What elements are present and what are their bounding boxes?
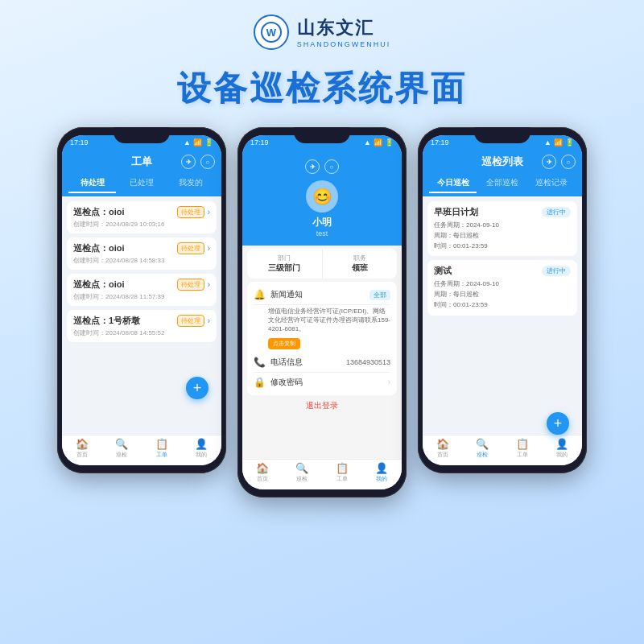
wo-card-4: 巡检点：1号桥墩 待处理 › 创建时间：2024/08/08 14:55:52 bbox=[67, 310, 217, 342]
send-icon[interactable]: ✈ bbox=[181, 155, 196, 169]
info-row: 部门 三级部门 职务 领班 bbox=[247, 249, 397, 279]
tab-row-3: 今日巡检 全部巡检 巡检记录 bbox=[423, 174, 582, 196]
wo-card-3: 巡检点：oioi 待处理 › 创建时间：2024/08/28 11:57:39 bbox=[67, 274, 217, 306]
menu-password[interactable]: 🔒 修改密码 › bbox=[254, 373, 390, 392]
patrol-title-1: 早班日计划 bbox=[434, 206, 478, 218]
app-header-icons-3: ✈ ○ bbox=[542, 155, 576, 169]
phone-value: 13684930513 bbox=[346, 358, 390, 366]
wo-time-4: 创建时间：2024/08/08 14:55:52 bbox=[73, 328, 210, 337]
nav-mine-label-2: 我的 bbox=[376, 475, 387, 483]
nav-mine-2[interactable]: 👤 我的 bbox=[362, 462, 402, 488]
nav-workorder-label-2: 工单 bbox=[336, 475, 348, 483]
nav-workorder-3[interactable]: 📋 工单 bbox=[502, 438, 543, 464]
phone-profile: 17:19 ▲ 📶 🔋 ✈ ○ 😊 小明 bbox=[237, 127, 407, 497]
bell-icon-3[interactable]: ○ bbox=[561, 155, 576, 169]
battery-icon: 🔋 bbox=[204, 138, 213, 147]
nav-home-1[interactable]: 🏠 首页 bbox=[62, 438, 102, 464]
nav-mine-label-1: 我的 bbox=[196, 451, 207, 459]
patrol-icon-1: 🔍 bbox=[115, 438, 128, 450]
nav-mine-3[interactable]: 👤 我的 bbox=[543, 438, 583, 464]
password-arrow-icon: › bbox=[388, 378, 390, 386]
patrol-card-2: 测试 进行中 任务周期：2024-09-10 周期：每日巡检 时间：00:01-… bbox=[427, 260, 577, 315]
bottom-nav-2: 🏠 首页 🔍 巡检 📋 工单 👤 我的 bbox=[242, 459, 402, 489]
app-header-1: 工单 ✈ ○ bbox=[62, 150, 221, 174]
tab-mine[interactable]: 我发的 bbox=[167, 174, 215, 193]
lock-menu-icon: 🔒 bbox=[254, 377, 266, 388]
menu-notice[interactable]: 🔔 新闻通知 全部 bbox=[254, 285, 390, 305]
nav-patrol-1[interactable]: 🔍 巡检 bbox=[102, 438, 142, 464]
workorder-icon-2: 📋 bbox=[336, 462, 349, 474]
dept-cell: 部门 三级部门 bbox=[247, 249, 323, 279]
status-icons-3: ▲ 📶 🔋 bbox=[544, 138, 574, 147]
wifi-icon: ▲ bbox=[184, 138, 191, 147]
profile-name: 小明 bbox=[312, 216, 332, 229]
wo-time-2: 创建时间：2024/08/28 14:58:33 bbox=[73, 256, 210, 265]
menu-phone-label: 电话信息 bbox=[270, 357, 303, 368]
nav-workorder-1[interactable]: 📋 工单 bbox=[142, 438, 182, 464]
bell-icon[interactable]: ○ bbox=[200, 155, 215, 169]
fab-button-1[interactable]: + bbox=[186, 377, 208, 399]
nav-patrol-label-2: 巡检 bbox=[296, 475, 308, 483]
wo-card-2-row: 巡检点：oioi 待处理 › bbox=[73, 242, 210, 254]
send-icon-3[interactable]: ✈ bbox=[542, 155, 556, 169]
home-icon-2: 🏠 bbox=[256, 462, 269, 474]
logo-icon: W bbox=[254, 14, 289, 50]
patrol-info-2: 任务周期：2024-09-10 周期：每日巡检 时间：00:01-23:59 bbox=[434, 279, 571, 310]
fab-button-3[interactable]: + bbox=[547, 412, 569, 435]
tab-all[interactable]: 全部巡检 bbox=[478, 174, 526, 193]
tab-processed[interactable]: 已处理 bbox=[118, 174, 165, 193]
menu-notice-label: 新闻通知 bbox=[270, 289, 303, 300]
avatar-icon: 😊 bbox=[312, 187, 332, 206]
status-icons-1: ▲ 📶 🔋 bbox=[184, 138, 213, 147]
wo-card-1-row: 巡检点：oioi 待处理 › bbox=[73, 206, 210, 218]
patrol-header-1: 早班日计划 进行中 bbox=[434, 206, 571, 218]
notice-text-area: 增值电信业务经营许可证(ICP/EDI)、网络文化经营许可证等证件办理咨询请联系… bbox=[254, 307, 390, 353]
brand-en: SHANDONGWENHUI bbox=[297, 40, 391, 48]
signal-icon: 📶 bbox=[193, 138, 202, 147]
copy-button[interactable]: 点击复制 bbox=[268, 338, 300, 349]
phone-menu-icon: 📞 bbox=[254, 357, 266, 368]
wo-arrow-1: › bbox=[208, 208, 210, 217]
nav-patrol-label-3: 巡检 bbox=[477, 451, 488, 459]
tab-row-1: 待处理 已处理 我发的 bbox=[62, 174, 221, 196]
workorder-icon-3: 📋 bbox=[516, 438, 529, 450]
menu-section: 🔔 新闻通知 全部 增值电信业务经营许可证(ICP/EDI)、网络文化经营许可证… bbox=[247, 282, 397, 395]
wo-card-4-row: 巡检点：1号桥墩 待处理 › bbox=[73, 315, 210, 327]
patrol-header-2: 测试 进行中 bbox=[434, 265, 571, 277]
send-icon-2[interactable]: ✈ bbox=[305, 159, 320, 174]
page-title: 设备巡检系统界面 bbox=[0, 66, 644, 111]
nav-mine-1[interactable]: 👤 我的 bbox=[182, 438, 222, 464]
tab-record[interactable]: 巡检记录 bbox=[528, 174, 576, 193]
role-cell: 职务 领班 bbox=[323, 249, 398, 279]
app-header-icons-1: ✈ ○ bbox=[181, 155, 215, 169]
patrol-card-1: 早班日计划 进行中 任务周期：2024-09-10 周期：每日巡检 时间：00:… bbox=[427, 201, 577, 256]
tab-today[interactable]: 今日巡检 bbox=[429, 174, 477, 193]
patrol-cycle-2: 周期：每日巡检 bbox=[434, 290, 571, 300]
wo-badge-1: 待处理 bbox=[177, 206, 204, 218]
phones-row: 17:19 ▲ 📶 🔋 工单 ✈ ○ 待处理 已处理 我发的 bbox=[0, 127, 644, 497]
wo-arrow-2: › bbox=[208, 244, 210, 253]
nav-home-3[interactable]: 🏠 首页 bbox=[423, 438, 463, 464]
nav-workorder-2[interactable]: 📋 工单 bbox=[322, 462, 362, 488]
nav-patrol-2[interactable]: 🔍 巡检 bbox=[283, 462, 323, 488]
nav-patrol-3[interactable]: 🔍 巡检 bbox=[463, 438, 503, 464]
wo-badge-2: 待处理 bbox=[177, 242, 204, 254]
menu-phone[interactable]: 📞 电话信息 13684930513 bbox=[254, 353, 390, 373]
menu-notice-tag[interactable]: 全部 bbox=[369, 290, 390, 300]
patrol-icon-2: 🔍 bbox=[295, 462, 308, 474]
profile-app-icons: ✈ ○ bbox=[305, 159, 339, 174]
wo-action-2: 待处理 › bbox=[177, 242, 210, 254]
phone-notch-3 bbox=[474, 127, 530, 143]
logout-button[interactable]: 退出登录 bbox=[242, 400, 402, 411]
patrol-time-1: 时间：00:01-23:59 bbox=[434, 242, 571, 252]
patrol-title-2: 测试 bbox=[434, 265, 452, 277]
tab-pending[interactable]: 待处理 bbox=[68, 174, 116, 193]
dept-value: 三级部门 bbox=[250, 262, 319, 274]
nav-home-2[interactable]: 🏠 首页 bbox=[242, 462, 283, 488]
wo-action-1: 待处理 › bbox=[177, 206, 210, 218]
profile-sub: test bbox=[316, 229, 328, 237]
work-order-content: 巡检点：oioi 待处理 › 创建时间：2024/08/29 10:03:16 … bbox=[62, 196, 221, 438]
nav-home-label-2: 首页 bbox=[257, 475, 268, 483]
bell-icon-2[interactable]: ○ bbox=[324, 159, 339, 174]
bottom-nav-1: 🏠 首页 🔍 巡检 📋 工单 👤 我的 bbox=[62, 435, 221, 465]
